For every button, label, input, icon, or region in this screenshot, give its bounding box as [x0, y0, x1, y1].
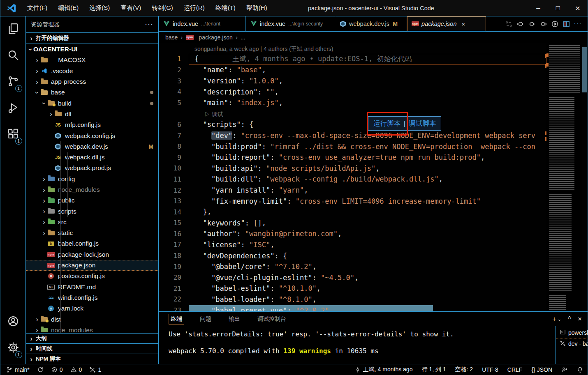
new-terminal-button[interactable]: +⌄: [552, 315, 561, 323]
change-marker-icon[interactable]: [526, 18, 537, 30]
panel-tab-0[interactable]: 终端: [169, 314, 184, 324]
codelens-row[interactable]: ▷ 调试: [159, 108, 546, 120]
tree-item-postcss.config.js[interactable]: ›postcss.config.js: [26, 271, 158, 281]
status-warnings[interactable]: 0: [70, 364, 82, 375]
tree-item-mfp.config.js[interactable]: ›JSmfp.config.js: [26, 120, 158, 130]
close-button[interactable]: ×: [568, 0, 588, 16]
sidebar-more-actions[interactable]: ···: [145, 20, 153, 29]
status-notifications[interactable]: [577, 366, 583, 373]
tab-package.json[interactable]: npmpackage.json×: [407, 16, 486, 31]
status-feedback[interactable]: [561, 366, 568, 373]
menu-item-7[interactable]: 帮助(H): [241, 0, 273, 16]
menu-item-4[interactable]: 转到(G): [146, 0, 178, 16]
panel-actions: +⌄ ^ ×: [552, 315, 582, 323]
status-sync[interactable]: [37, 364, 44, 375]
terminal-entry-powershell[interactable]: powershell: [556, 327, 588, 338]
close-panel-button[interactable]: ×: [578, 315, 582, 323]
activity-run-debug-button[interactable]: [3, 98, 23, 119]
status-errors[interactable]: 0: [51, 364, 63, 375]
tree-item-public[interactable]: ›public: [26, 195, 158, 206]
status-indentation[interactable]: 空格: 2: [455, 366, 473, 373]
status-branch[interactable]: main*: [6, 364, 30, 375]
editor-scrollbar[interactable]: [582, 43, 588, 311]
js-icon: JS: [54, 155, 62, 160]
tree-item-webpack.config.js[interactable]: ›webpack.config.js: [26, 130, 158, 141]
maximize-button[interactable]: □: [548, 0, 568, 16]
menu-item-5[interactable]: 运行(R): [178, 0, 210, 16]
activity-accounts-button[interactable]: [3, 311, 23, 333]
status-eol[interactable]: CRLF: [507, 366, 523, 373]
tree-root-oacenter-ui[interactable]: ›OACENTER-UI: [26, 44, 158, 55]
close-tab-icon[interactable]: ×: [461, 21, 465, 28]
activity-explorer-button[interactable]: [3, 19, 23, 40]
tree-item-package.json[interactable]: ›npmpackage.json: [26, 260, 158, 271]
tree-item-node_modules[interactable]: ›node_modules: [26, 325, 158, 333]
split-editor-icon[interactable]: [560, 18, 572, 30]
status-tasks[interactable]: 1: [89, 364, 101, 375]
minimap[interactable]: [546, 43, 582, 311]
breadcrumb: base›npmpackage.json›...: [159, 32, 588, 43]
tree-item-README.md[interactable]: ›M↓README.md: [26, 282, 158, 292]
breadcrumb-item-...[interactable]: ...: [241, 34, 245, 41]
codelens-row[interactable]: songpanhua, a week ago | 4 authors (王斌 a…: [159, 43, 546, 54]
status-language-mode[interactable]: {} JSON: [531, 366, 552, 373]
tree-item-app-process[interactable]: ›app-process: [26, 76, 158, 87]
tree-item-__MACOSX[interactable]: ›__MACOSX: [26, 55, 158, 65]
tree-item-webpack.dev.js[interactable]: ›webpack.dev.jsM: [26, 141, 158, 152]
go-forward-icon[interactable]: [537, 18, 549, 30]
tree-item-base[interactable]: ›base: [26, 87, 158, 98]
panel-tab-1[interactable]: 问题: [198, 314, 213, 324]
code-line-text: },: [194, 207, 546, 218]
tree-item-webpack.prod.js[interactable]: ›webpack.prod.js: [26, 163, 158, 173]
tree-item-yarn.lock[interactable]: ›yyarn.lock: [26, 303, 158, 314]
status-encoding[interactable]: UTF-8: [482, 366, 498, 373]
line-number: 20: [159, 274, 194, 281]
menu-item-0[interactable]: 文件(F): [22, 0, 53, 16]
menu-item-6[interactable]: 终端(T): [210, 0, 241, 16]
tree-item-dist[interactable]: ›dist: [26, 314, 158, 324]
tab-index.vue-1[interactable]: index.vue...\login-security: [246, 16, 335, 31]
tree-item-babel.config.js[interactable]: ›bbabel.config.js: [26, 238, 158, 249]
status-blame[interactable]: 王斌, 4 months ago: [354, 366, 413, 373]
code-editor[interactable]: songpanhua, a week ago | 4 authors (王斌 a…: [159, 43, 588, 311]
tree-item-package-lock.json[interactable]: ›npmpackage-lock.json: [26, 249, 158, 260]
panel-tab-3[interactable]: 调试控制台: [256, 314, 288, 324]
debug-script-link[interactable]: 调试脚本: [409, 119, 436, 128]
breadcrumb-item-base[interactable]: base: [165, 34, 178, 41]
section-npm-scripts[interactable]: ›NPM 脚本: [26, 354, 158, 364]
open-editors-section[interactable]: › 打开的编辑器: [26, 33, 158, 44]
menu-item-1[interactable]: 编辑(E): [53, 0, 84, 16]
tree-item-static[interactable]: ›static: [26, 228, 158, 238]
tree-item-dll[interactable]: ›dll: [26, 109, 158, 120]
activity-settings-button[interactable]: 1: [3, 338, 23, 359]
menu-item-2[interactable]: 选择(S): [84, 0, 115, 16]
status-cursor-position[interactable]: 行 1, 列 1: [421, 366, 446, 373]
terminal-output[interactable]: Use 'stats.errorDetails: true' resp. '--…: [159, 326, 556, 364]
section-outline[interactable]: ›大纲: [26, 333, 158, 343]
maximize-panel-button[interactable]: ^: [568, 315, 571, 323]
go-back-icon[interactable]: [514, 18, 526, 30]
menu-item-3[interactable]: 查看(V): [115, 0, 146, 16]
more-actions-icon[interactable]: ···: [572, 18, 583, 30]
panel-tab-2[interactable]: 输出: [227, 314, 242, 324]
breadcrumb-item-package.json[interactable]: npmpackage.json: [185, 34, 233, 41]
tab-index.vue-0[interactable]: index.vue...\tenant: [159, 16, 246, 31]
activity-extensions-button[interactable]: 1: [3, 124, 23, 145]
minimize-button[interactable]: –: [528, 0, 548, 16]
tree-item-config[interactable]: ›config: [26, 174, 158, 184]
tree-item-src[interactable]: ›src: [26, 217, 158, 228]
compare-changes-icon[interactable]: [503, 18, 514, 30]
section-timeline[interactable]: ›时间线: [26, 343, 158, 354]
run-script-icon[interactable]: [549, 18, 560, 30]
terminal-entry-devba[interactable]: dev - ba... (: [556, 338, 588, 349]
tree-item-webpack.dll.js[interactable]: ›JSwebpack.dll.js: [26, 152, 158, 163]
tree-item-windi.config.js[interactable]: ›≈≈windi.config.js: [26, 292, 158, 303]
tree-item-build[interactable]: ›build: [26, 98, 158, 108]
activity-source-control-button[interactable]: 1: [3, 71, 23, 93]
tree-item-.vscode[interactable]: ›.vscode: [26, 66, 158, 76]
tree-item-node_modules[interactable]: ›node_modules: [26, 184, 158, 195]
tab-webpack.dev.js[interactable]: webpack.dev.jsM: [335, 16, 407, 31]
section-label: NPM 脚本: [36, 355, 61, 363]
tree-item-scripts[interactable]: ›scripts: [26, 206, 158, 216]
activity-search-button[interactable]: [3, 45, 23, 67]
